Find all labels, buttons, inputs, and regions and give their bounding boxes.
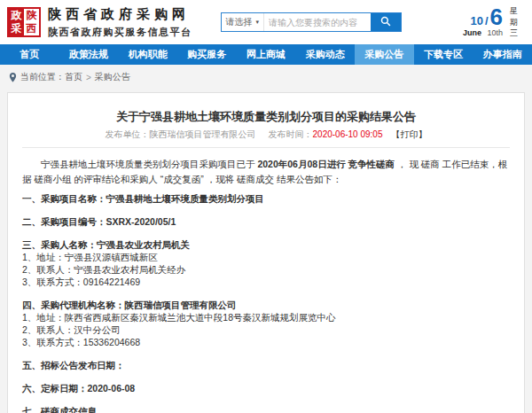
search-button[interactable] xyxy=(371,13,401,31)
search-bar: 请选择 ▾ xyxy=(221,12,402,32)
article-body: 宁强县耕地土壤环境质量类别划分项目采购项目已于 2020年06月08日进行 竞争… xyxy=(22,157,510,413)
content-panel: 关于宁强县耕地土壤环境质量类别划分项目的采购结果公告 发布单位：陕西瑞信项目管理… xyxy=(7,92,525,413)
publish-time: 2020-06-10 09:05 xyxy=(313,129,383,139)
chevron-down-icon: ▾ xyxy=(256,19,260,26)
date-day-month: 10 / 6 xyxy=(463,7,503,27)
publisher-label: 发布单位： xyxy=(106,129,150,139)
date-widget: 10 / 6 June 10th 星期三 xyxy=(463,5,525,39)
detail-line: 1、地址：陕西省西咸新区秦汉新城兰池大道中段18号秦汉新城规划展览中心 xyxy=(22,311,510,323)
breadcrumb-separator: > xyxy=(86,73,91,82)
page: 政 采 陕 西 陕西省政府采购网 陕西省政府购买服务信息平台 请选择 ▾ xyxy=(0,0,532,413)
nav-item-policies[interactable]: 政策法规 xyxy=(59,44,119,65)
publisher-name: 陕西瑞信项目管理有限公司 xyxy=(150,129,256,139)
date-numbers: 10 / 6 June 10th xyxy=(463,7,503,37)
section-heading-5: 五、招标公告发布日期： xyxy=(22,359,510,371)
search-category-label: 请选择 xyxy=(226,16,253,28)
detail-line: 2、联系人：汉中分公司 xyxy=(22,323,510,336)
search-icon xyxy=(380,16,391,29)
site-logo-seal: 政 采 陕 西 xyxy=(7,7,41,37)
logo-char: 陕 xyxy=(24,9,39,22)
article-meta: 发布单位：陕西瑞信项目管理有限公司发布时间：2020-06-10 09:05【打… xyxy=(22,129,510,140)
date-day: 10 xyxy=(470,15,482,27)
section-heading-4: 四、采购代理机构名称：陕西瑞信项目管理有限公司 xyxy=(22,299,510,311)
article-title: 关于宁强县耕地土壤环境质量类别划分项目的采购结果公告 xyxy=(22,109,510,124)
section-heading-3: 三、采购人名称：宁强县农业农村局机关 xyxy=(22,238,510,251)
nav-item-online-mall[interactable]: 网上商城 xyxy=(237,44,296,65)
search-category-select[interactable]: 请选择 ▾ xyxy=(222,13,265,31)
intro-seg1: 宁强县耕地土壤环境质量类别划分项目采购项目已于 xyxy=(41,159,257,169)
section-heading-7: 七、磋商成交信息 xyxy=(22,405,510,413)
search-input[interactable] xyxy=(264,13,370,31)
site-title: 陕西省政府采购网 xyxy=(48,6,192,23)
breadcrumb: 当前位置： 首页 > 采购公告 xyxy=(9,71,523,83)
date-weekday: 星期三 xyxy=(510,5,520,39)
nav-item-guide[interactable]: 办事指南 xyxy=(473,44,532,65)
site-titles: 陕西省政府采购网 陕西省政府购买服务信息平台 xyxy=(48,6,192,39)
section-heading-1: 一、采购项目名称：宁强县耕地土壤环境质量类别划分项目 xyxy=(22,192,510,205)
detail-line: 3、联系方式：09164221469 xyxy=(22,276,510,288)
date-separator: / xyxy=(485,15,489,27)
section-heading-2: 二、采购项目编号：SXRX-2020/05/1 xyxy=(22,215,510,228)
site-subtitle: 陕西省政府购买服务信息平台 xyxy=(48,26,192,39)
detail-line: 1、地址：宁强县汉源镇西城新区 xyxy=(22,251,510,263)
meta-divider xyxy=(22,147,510,148)
intro-paragraph: 宁强县耕地土壤环境质量类别划分项目采购项目已于 2020年06月08日进行 竞争… xyxy=(22,157,510,187)
nav-item-downloads[interactable]: 下载专区 xyxy=(414,44,473,65)
nav-item-functions[interactable]: 机构职能 xyxy=(118,44,177,65)
detail-line: 2、联系人：宁强县农业农村局机关经办 xyxy=(22,263,510,276)
section-heading-6: 六、定标日期：2020-06-08 xyxy=(22,382,510,394)
logo-right-column: 陕 西 xyxy=(24,9,39,35)
location-pin-icon xyxy=(9,73,17,82)
logo-char: 政 xyxy=(9,9,24,22)
date-words: June 10th xyxy=(463,28,503,37)
date-month-name: June xyxy=(463,28,481,37)
date-month-number: 6 xyxy=(490,7,503,27)
nav-item-procurement-news[interactable]: 采购动态 xyxy=(295,44,355,65)
nav-item-home[interactable]: 首页 xyxy=(0,44,59,65)
nav-item-purchase-services[interactable]: 购买服务 xyxy=(177,44,237,65)
nav-item-procurement-announcements[interactable]: 采购公告 xyxy=(355,44,414,65)
top-header: 政 采 陕 西 陕西省政府采购网 陕西省政府购买服务信息平台 请选择 ▾ xyxy=(0,0,532,44)
main-nav: 首页 政策法规 机构职能 购买服务 网上商城 采购动态 采购公告 下载专区 办事… xyxy=(0,44,532,65)
date-day-ordinal: 10th xyxy=(487,28,503,37)
breadcrumb-band: 当前位置： 首页 > 采购公告 xyxy=(0,65,532,83)
breadcrumb-current: 采购公告 xyxy=(95,71,130,83)
intro-seg2: 2020年06月08日进行 竞争性磋商 xyxy=(257,159,395,169)
logo-char: 西 xyxy=(24,22,39,35)
logo-left-column: 政 采 xyxy=(9,9,24,35)
breadcrumb-home-link[interactable]: 首页 xyxy=(65,71,82,83)
breadcrumb-label: 当前位置： xyxy=(20,71,65,83)
publish-time-label: 发布时间： xyxy=(269,129,313,139)
detail-line: 3、联系方式：15336204668 xyxy=(22,336,510,348)
logo-char: 采 xyxy=(9,22,24,35)
print-button[interactable]: 【打印】 xyxy=(391,129,426,139)
